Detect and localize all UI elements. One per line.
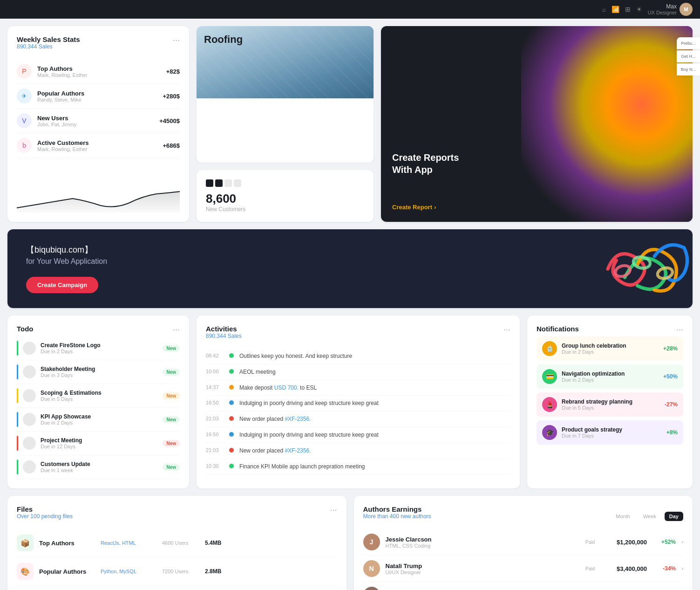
activity-row: 21:03 New order placed #XF-2356. bbox=[206, 412, 510, 427]
weekly-sales-menu[interactable]: ··· bbox=[173, 35, 180, 45]
todo-item-name: Scoping & Estimations bbox=[41, 390, 158, 396]
user-profile[interactable]: Max UX Designer M bbox=[648, 3, 693, 16]
act-text: Finance KPI Mobile app launch prepration… bbox=[239, 463, 365, 471]
new-users-value: +4500$ bbox=[159, 117, 180, 124]
todo-item-name: Stakeholder Meeting bbox=[41, 366, 158, 372]
usd-link[interactable]: USD 700. bbox=[274, 384, 299, 391]
create-report-link[interactable]: Create Report › bbox=[392, 204, 681, 211]
chevron-right-icon[interactable]: › bbox=[681, 539, 683, 545]
order-link[interactable]: #XF-2356. bbox=[285, 416, 311, 422]
act-dot bbox=[229, 448, 234, 453]
create-reports-card: Create ReportsWith App Create Report › bbox=[381, 26, 693, 222]
popular-authors-icon: ✈ bbox=[17, 89, 32, 103]
file-tech: Python, MySQL bbox=[101, 569, 156, 574]
todo-item-name: Project Meeting bbox=[41, 437, 158, 444]
grid-icon[interactable]: ⊞ bbox=[625, 6, 631, 13]
todo-badge: New bbox=[163, 345, 180, 352]
notifications-card: Notifications ··· 🍵 Group lunch celebrat… bbox=[527, 316, 693, 488]
create-reports-bg bbox=[521, 26, 693, 222]
act-text: AEOL meeting bbox=[239, 368, 276, 376]
act-dot bbox=[229, 400, 234, 405]
popular-authors-name: Popular Authors bbox=[37, 90, 163, 97]
todo-avatar bbox=[23, 342, 36, 355]
file-users: 7200 Users bbox=[162, 569, 199, 574]
new-customers-number: 8,600 bbox=[206, 192, 364, 206]
files-menu[interactable]: ··· bbox=[330, 505, 337, 515]
file-size: 2.8MB bbox=[205, 568, 221, 575]
roofing-card: Roofing bbox=[197, 26, 374, 163]
tab-month[interactable]: Month bbox=[611, 512, 635, 521]
notif-value: +8% bbox=[666, 429, 678, 436]
popular-authors-value: +280$ bbox=[163, 93, 180, 100]
todo-item: Stakeholder Meeting Due in 3 Days New bbox=[17, 360, 180, 384]
notification-item: 💳 Navigation optimization Due in 2 Days … bbox=[537, 364, 683, 389]
sidebar-item-geth[interactable]: Get H... bbox=[677, 50, 700, 62]
notif-value: +50% bbox=[663, 373, 678, 380]
file-users: 4600 Users bbox=[162, 540, 199, 546]
activities-menu[interactable]: ··· bbox=[503, 325, 510, 335]
sidebar-item-buyn[interactable]: Buy N... bbox=[677, 63, 700, 75]
notif-name: Navigation optimization bbox=[562, 370, 659, 377]
ae-subtitle: More than 400 new authors bbox=[363, 513, 431, 520]
files-subtitle: Over 100 pending files bbox=[17, 513, 73, 520]
todo-bar bbox=[17, 460, 18, 474]
notif-icon: 💳 bbox=[542, 369, 557, 384]
act-time: 21:03 bbox=[206, 415, 224, 421]
signal-icon[interactable]: 📶 bbox=[612, 6, 619, 13]
nc-icon-light2 bbox=[234, 179, 241, 187]
author-row: N Natali Trump UI/UX Designer Paid $3,40… bbox=[363, 556, 684, 582]
top-authors-subs: Mark, Rowling, Esther bbox=[37, 72, 166, 78]
sales-chart bbox=[17, 163, 180, 213]
todo-item-due: Due in 5 Days bbox=[41, 396, 158, 402]
nc-icons bbox=[206, 179, 364, 187]
author-avatar: J bbox=[363, 534, 380, 550]
file-name: Top Authors bbox=[39, 540, 95, 547]
file-icon: 🎨 bbox=[17, 563, 34, 580]
order-link2[interactable]: #XF-2356. bbox=[285, 447, 311, 454]
notifications-menu[interactable]: ··· bbox=[676, 325, 683, 335]
todo-item-due: Due in 12 Days bbox=[41, 444, 158, 449]
todo-item-due: Due in 1 week bbox=[41, 467, 158, 473]
tab-week[interactable]: Week bbox=[639, 512, 661, 521]
notif-due: Due in 5 Days bbox=[562, 405, 660, 411]
theme-icon[interactable]: ☀ bbox=[636, 6, 642, 13]
right-sidebar: Prebu... Get H... Buy N... bbox=[677, 37, 700, 75]
todo-item-due: Due in 2 Days bbox=[41, 420, 158, 425]
create-campaign-button[interactable]: Create Campaign bbox=[26, 277, 98, 293]
svg-point-0 bbox=[614, 263, 632, 278]
tab-day[interactable]: Day bbox=[665, 512, 683, 521]
stat-row-top-authors: P Top Authors Mark, Rowling, Esther +82$ bbox=[17, 59, 180, 84]
stat-row-popular-authors: ✈ Popular Authors Randy, Steve, Mike +28… bbox=[17, 84, 180, 109]
act-dot bbox=[229, 432, 234, 437]
activity-row: 10:30 Finance KPI Mobile app launch prep… bbox=[206, 459, 510, 475]
file-row: 📦 Top Authors ReactJs, HTML 4600 Users 5… bbox=[17, 529, 337, 557]
sidebar-item-prebu[interactable]: Prebu... bbox=[677, 37, 700, 49]
notif-name: Group lunch celebration bbox=[562, 343, 659, 349]
todo-menu[interactable]: ··· bbox=[173, 325, 180, 335]
author-pct: -34% bbox=[652, 565, 676, 572]
avatar: M bbox=[680, 3, 693, 16]
create-report-label: Create Report bbox=[392, 204, 432, 211]
chevron-right-icon[interactable]: › bbox=[681, 565, 683, 572]
notification-item: 🍵 Group lunch celebration Due in 2 Days … bbox=[537, 336, 683, 361]
todo-item: KPI App Showcase Due in 2 Days New bbox=[17, 408, 180, 432]
notif-icon: 💄 bbox=[542, 397, 557, 412]
act-text: Outlines keep you honest. And keep struc… bbox=[239, 352, 352, 360]
todo-item: Customers Update Due in 1 week New bbox=[17, 455, 180, 479]
todo-item-name: Create FireStone Logo bbox=[41, 342, 158, 349]
search-icon[interactable]: ⌕ bbox=[602, 6, 606, 13]
notif-name: Rebrand strategy planning bbox=[562, 398, 660, 405]
row3: Todo ··· Create FireStone Logo Due in 2 … bbox=[7, 316, 693, 488]
file-row: 🦄 New Users Laravel, Metronic 890 Users … bbox=[17, 586, 337, 590]
nc-icon-dark2 bbox=[215, 179, 223, 187]
todo-item-due: Due in 3 Days bbox=[41, 372, 158, 378]
act-time: 16:50 bbox=[206, 431, 224, 437]
todo-bar bbox=[17, 436, 18, 451]
main-content: Weekly Sales Stats 890,344 Sales ··· P T… bbox=[0, 19, 700, 590]
file-icon: 📦 bbox=[17, 535, 34, 551]
row1: Weekly Sales Stats 890,344 Sales ··· P T… bbox=[7, 26, 693, 222]
chevron-right-icon: › bbox=[434, 204, 436, 211]
active-customers-subs: Mark, Rowling, Esther bbox=[37, 146, 163, 152]
roofing-image: Roofing bbox=[197, 26, 374, 98]
notif-icon: 🍵 bbox=[542, 341, 557, 356]
